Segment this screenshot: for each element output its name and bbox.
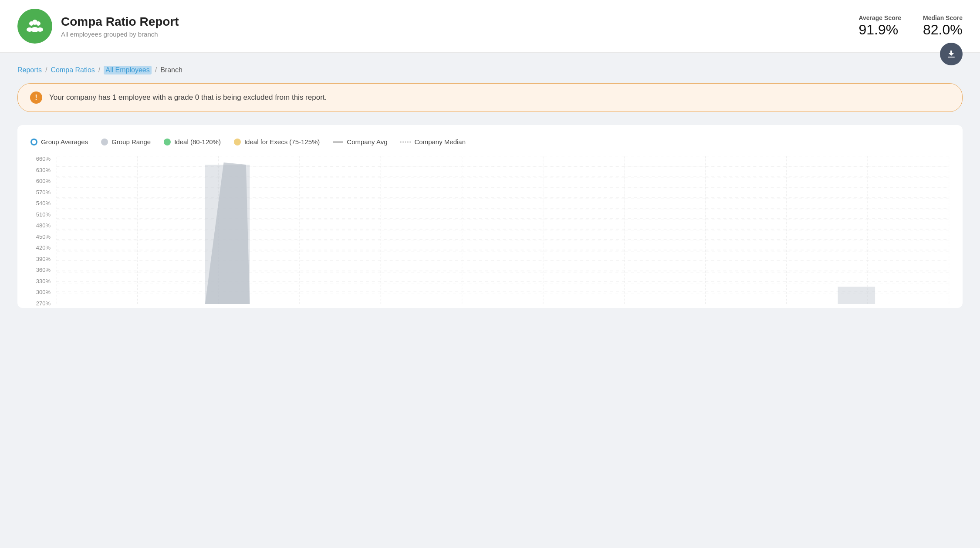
company-median-icon <box>400 142 411 142</box>
legend-group-range-label: Group Range <box>112 138 151 145</box>
alert-icon: ! <box>30 91 42 104</box>
alert-banner: ! Your company has 1 employee with a gra… <box>17 83 963 112</box>
legend-ideal-execs-label: Ideal for Execs (75-125%) <box>244 138 320 145</box>
chart-card: Group Averages Group Range Ideal (80-120… <box>17 125 963 308</box>
y-label-1: 630% <box>30 167 51 173</box>
legend-group-averages-label: Group Averages <box>41 138 88 145</box>
breadcrumb-compa-ratios[interactable]: Compa Ratios <box>51 66 95 74</box>
logo-icon <box>17 9 52 44</box>
median-score-stat: Median Score 82.0% <box>923 14 963 38</box>
group-range-icon <box>101 139 108 145</box>
breadcrumb-all-employees[interactable]: All Employees <box>104 66 151 74</box>
y-label-4: 540% <box>30 200 51 206</box>
median-score-value: 82.0% <box>923 21 963 38</box>
header-stats: Average Score 91.9% Median Score 82.0% <box>858 14 963 38</box>
legend-company-avg: Company Avg <box>333 138 387 145</box>
legend-company-median: Company Median <box>400 138 466 145</box>
report-title: Compa Ratio Report <box>61 15 179 29</box>
y-label-0: 660% <box>30 156 51 162</box>
chart-svg <box>56 156 950 304</box>
y-label-6: 480% <box>30 223 51 228</box>
y-label-2: 600% <box>30 178 51 184</box>
chart-area: 660% 630% 600% 570% 540% 510% 480% 450% … <box>30 156 950 306</box>
legend-company-median-label: Company Median <box>414 138 466 145</box>
y-label-3: 570% <box>30 189 51 195</box>
legend-group-averages: Group Averages <box>30 138 88 145</box>
breadcrumb-sep-1: / <box>45 66 47 74</box>
y-label-5: 510% <box>30 212 51 217</box>
alert-section: ! Your company has 1 employee with a gra… <box>0 83 980 121</box>
average-score-value: 91.9% <box>858 21 901 38</box>
y-axis: 660% 630% 600% 570% 540% 510% 480% 450% … <box>30 156 56 306</box>
breadcrumb: Reports / Compa Ratios / All Employees /… <box>17 66 963 74</box>
header-left: Compa Ratio Report All employees grouped… <box>17 9 179 44</box>
svg-rect-7 <box>56 156 950 304</box>
y-label-13: 270% <box>30 301 51 306</box>
legend-ideal-execs: Ideal for Execs (75-125%) <box>234 138 320 145</box>
report-subtitle: All employees grouped by branch <box>61 30 179 38</box>
legend-group-range: Group Range <box>101 138 151 145</box>
svg-marker-33 <box>838 287 875 304</box>
y-label-12: 300% <box>30 289 51 295</box>
median-score-label: Median Score <box>923 14 963 21</box>
header-title-block: Compa Ratio Report All employees grouped… <box>61 15 179 38</box>
breadcrumb-sep-3: / <box>155 66 157 74</box>
y-label-9: 390% <box>30 256 51 262</box>
svg-rect-6 <box>948 57 955 58</box>
average-score-label: Average Score <box>858 14 901 21</box>
chart-legend: Group Averages Group Range Ideal (80-120… <box>30 138 950 145</box>
breadcrumb-reports[interactable]: Reports <box>17 66 42 74</box>
y-label-11: 330% <box>30 278 51 284</box>
y-label-8: 420% <box>30 245 51 250</box>
legend-ideal: Ideal (80-120%) <box>164 138 221 145</box>
page-header: Compa Ratio Report All employees grouped… <box>0 0 980 53</box>
download-button[interactable] <box>940 43 963 65</box>
group-averages-icon <box>30 139 37 145</box>
legend-company-avg-label: Company Avg <box>347 138 387 145</box>
chart-plot <box>56 156 950 306</box>
ideal-execs-icon <box>234 139 241 145</box>
svg-point-5 <box>37 27 43 32</box>
svg-point-2 <box>32 20 37 25</box>
svg-point-4 <box>27 27 33 32</box>
y-label-10: 360% <box>30 267 51 273</box>
alert-message: Your company has 1 employee with a grade… <box>49 93 327 102</box>
breadcrumb-branch: Branch <box>160 66 182 74</box>
legend-ideal-label: Ideal (80-120%) <box>174 138 221 145</box>
ideal-icon <box>164 139 171 145</box>
y-label-7: 450% <box>30 234 51 240</box>
company-avg-icon <box>333 142 343 142</box>
breadcrumb-sep-2: / <box>98 66 100 74</box>
average-score-stat: Average Score 91.9% <box>858 14 901 38</box>
breadcrumb-section: Reports / Compa Ratios / All Employees /… <box>0 53 980 83</box>
